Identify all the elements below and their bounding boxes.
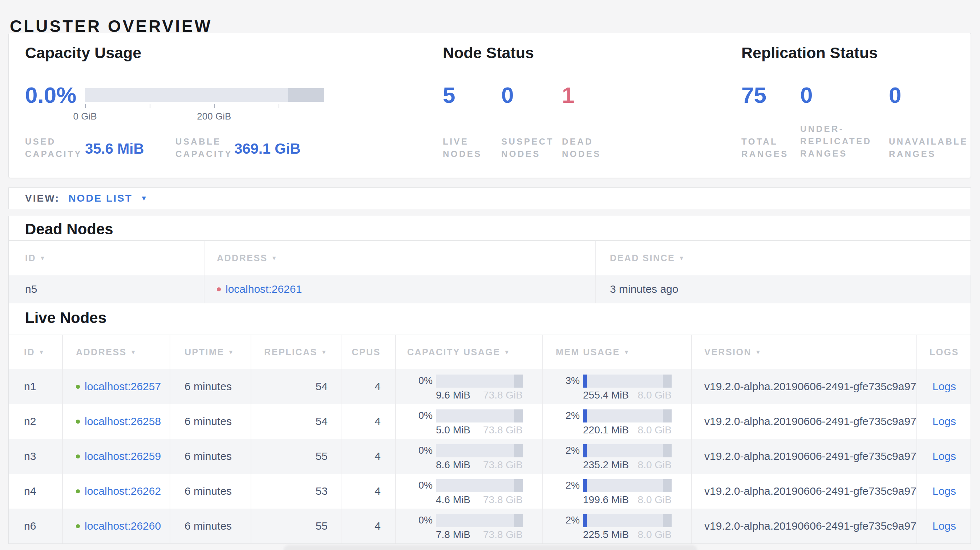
live-status-dot (76, 490, 80, 493)
column-header-id[interactable]: ID ▼ (9, 241, 204, 275)
node-uptime: 6 minutes (170, 509, 251, 544)
logs-link[interactable]: Logs (932, 380, 956, 393)
column-header-address[interactable]: ADDRESS ▼ (62, 335, 170, 369)
bar-endcap (663, 479, 671, 492)
node-version: v19.2.0-alpha.20190606-2491-gfe735c9a97 (691, 474, 916, 509)
capacity-percent-value: 0% (418, 515, 436, 526)
sort-caret-icon: ▼ (679, 255, 685, 262)
dead-nodes-table: ID ▼ ADDRESS ▼ DEAD SINCE ▼ n5 localhost… (9, 240, 970, 303)
column-header-uptime[interactable]: UPTIME ▼ (170, 335, 251, 369)
mem-total-value: 8.0 GiB (638, 495, 671, 505)
column-header-address[interactable]: ADDRESS ▼ (204, 241, 595, 275)
mem-bar (583, 409, 671, 423)
live-nodes-count: 5 (443, 84, 455, 107)
column-header-id[interactable]: ID ▼ (9, 335, 62, 369)
table-row: n1 localhost:26257 6 minutes 54 4 0% (9, 369, 970, 404)
node-version: v19.2.0-alpha.20190606-2491-gfe735c9a97 (691, 509, 916, 544)
sort-caret-icon: ▼ (38, 349, 45, 356)
capacity-bar (436, 409, 523, 423)
view-selector[interactable]: NODE LIST ▼ (68, 192, 147, 204)
replication-status-title: Replication Status (741, 44, 878, 62)
bar-fill (583, 514, 587, 527)
capacity-total-value: 73.8 GiB (483, 495, 523, 505)
node-cpus: 4 (341, 474, 395, 509)
node-uptime: 6 minutes (170, 439, 251, 474)
unavailable-ranges-count: 0 (889, 84, 901, 107)
capacity-meter: 0% 8.6 MiB 73.8 GiB (418, 444, 523, 470)
cluster-overview-page: CLUSTER OVERVIEW Capacity Usage 0.0% 0 G… (0, 0, 980, 550)
node-address-link[interactable]: localhost:26260 (84, 520, 161, 532)
capacity-used-value: 4.6 MiB (436, 495, 470, 505)
capacity-bar (436, 479, 523, 492)
mem-percent-value: 2% (566, 515, 583, 526)
sort-caret-icon: ▼ (271, 255, 278, 262)
node-replicas: 54 (251, 369, 341, 404)
capacity-used-value: 9.6 MiB (436, 390, 470, 401)
column-header-dead-since[interactable]: DEAD SINCE ▼ (595, 241, 971, 275)
bar-endcap (663, 409, 671, 423)
mem-total-value: 8.0 GiB (638, 390, 671, 401)
logs-link[interactable]: Logs (932, 450, 956, 463)
capacity-meter: 0% 7.8 MiB 73.8 GiB (418, 514, 523, 540)
bar-endcap (663, 444, 671, 457)
capacity-meter: 0% 5.0 MiB 73.8 GiB (418, 409, 523, 435)
column-header-capacity-usage[interactable]: CAPACITY USAGE ▼ (395, 335, 542, 369)
live-nodes-label: LIVE NODES (443, 135, 499, 160)
capacity-percent-value: 0% (418, 375, 436, 386)
node-version: v19.2.0-alpha.20190606-2491-gfe735c9a97 (691, 439, 916, 474)
node-address-link[interactable]: localhost:26259 (84, 450, 161, 463)
column-header-cpus: CPUS (341, 335, 395, 369)
mem-meter: 2% 235.2 MiB 8.0 GiB (566, 444, 671, 470)
bar-endcap (514, 444, 523, 457)
mem-used-value: 225.5 MiB (583, 530, 629, 540)
node-address-link[interactable]: localhost:26261 (226, 283, 302, 295)
capacity-total-value: 73.8 GiB (483, 390, 523, 401)
column-header-version[interactable]: VERSION ▼ (691, 335, 916, 369)
node-uptime: 6 minutes (170, 474, 251, 509)
live-status-dot (76, 420, 80, 424)
axis-tick (150, 104, 150, 108)
capacity-used-value: 7.8 MiB (436, 530, 470, 540)
mem-meter: 2% 220.1 MiB 8.0 GiB (566, 409, 671, 435)
mem-used-value: 255.4 MiB (583, 390, 629, 401)
dead-nodes-label: DEAD NODES (562, 135, 618, 160)
capacity-meter: 0% 9.6 MiB 73.8 GiB (418, 375, 523, 401)
mem-bar (583, 375, 671, 388)
axis-tick-label: 0 GiB (73, 111, 97, 122)
chevron-down-icon: ▼ (141, 194, 148, 202)
capacity-bar: 0 GiB 200 GiB (85, 88, 324, 102)
capacity-percent-value: 0% (418, 445, 436, 456)
node-address-link[interactable]: localhost:26262 (84, 485, 161, 498)
unavailable-ranges-label: UNAVAILABLE RANGES (889, 135, 976, 160)
node-address-link[interactable]: localhost:26258 (84, 415, 161, 428)
column-header-replicas[interactable]: REPLICAS ▼ (251, 335, 341, 369)
node-id: n2 (9, 404, 62, 439)
used-capacity-value: 35.6 MiB (85, 141, 144, 156)
capacity-total-value: 73.8 GiB (483, 530, 523, 540)
dead-node-id: n5 (9, 275, 204, 303)
column-header-logs: LOGS (916, 335, 971, 369)
capacity-bar (436, 444, 523, 457)
view-label: VIEW: (25, 192, 60, 204)
mem-meter: 2% 225.5 MiB 8.0 GiB (566, 514, 671, 540)
live-status-dot (76, 455, 80, 458)
table-row: n4 localhost:26262 6 minutes 53 4 0% (9, 474, 970, 509)
dead-status-dot (217, 287, 221, 291)
mem-total-value: 8.0 GiB (638, 460, 671, 470)
logs-link[interactable]: Logs (932, 485, 956, 498)
logs-link[interactable]: Logs (932, 520, 956, 532)
axis-tick (85, 104, 86, 108)
under-replicated-ranges-label: UNDER-REPLICATED RANGES (800, 123, 886, 160)
logs-link[interactable]: Logs (932, 415, 956, 428)
dead-nodes-count: 1 (562, 84, 574, 107)
node-address-link[interactable]: localhost:26257 (84, 380, 161, 393)
node-status-section: Node Status 5 0 1 LIVE NODES SUSPECT NOD… (443, 33, 664, 178)
dead-nodes-header-row: ID ▼ ADDRESS ▼ DEAD SINCE ▼ (9, 240, 970, 275)
column-header-mem-usage[interactable]: MEM USAGE ▼ (542, 335, 691, 369)
node-version: v19.2.0-alpha.20190606-2491-gfe735c9a97 (691, 369, 916, 404)
mem-used-value: 235.2 MiB (583, 460, 629, 470)
axis-tick (214, 104, 215, 108)
bar-endcap (514, 514, 523, 527)
capacity-bar-track (85, 88, 324, 102)
mem-bar (583, 514, 671, 527)
